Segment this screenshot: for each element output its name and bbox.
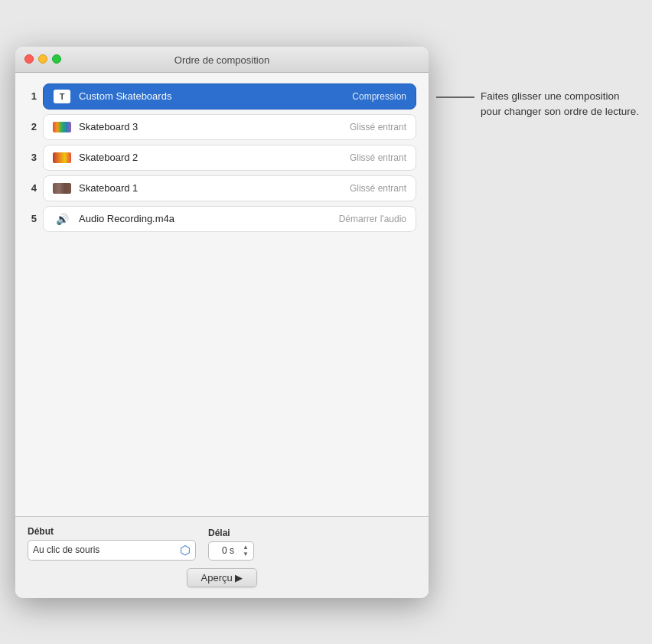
item-action-4: Glissé entrant: [350, 183, 406, 194]
item-number-1: 1: [28, 90, 37, 102]
list-item-row-2: 2 Skateboard 3 Glissé entrant: [28, 114, 416, 140]
thumbnail-icon-2: [53, 152, 71, 163]
annotation-top: Faites glisser une composition pour chan…: [436, 89, 643, 120]
start-stepper-icon[interactable]: ⬡: [180, 543, 191, 557]
delay-wrapper[interactable]: 0 s ▲ ▼: [208, 541, 254, 561]
start-control-row: Au clic de souris ⬡: [28, 540, 196, 561]
list-item-3[interactable]: Skateboard 2 Glissé entrant: [43, 145, 416, 171]
list-item-5[interactable]: 🔊 Audio Recording.m4a Démarrer l'audio: [43, 206, 416, 232]
list-item-4[interactable]: Skateboard 1 Glissé entrant: [43, 175, 416, 201]
item-action-2: Glissé entrant: [350, 122, 406, 132]
item-number-2: 2: [28, 121, 37, 132]
thumbnail-icon-1: [53, 183, 71, 194]
thumbnail-icon-3: [53, 122, 71, 132]
composition-order-window: Ordre de composition 1 T Custom Skateboa…: [15, 47, 429, 598]
list-item-row-4: 4 Skateboard 1 Glissé entrant: [28, 175, 416, 201]
list-item-row-3: 3 Skateboard 2 Glissé entrant: [28, 145, 416, 171]
item-icon-1: T: [53, 90, 71, 103]
composition-icon-label: T: [60, 92, 65, 101]
preview-button[interactable]: Aperçu ▶: [187, 568, 258, 587]
maximize-button[interactable]: [52, 54, 61, 64]
traffic-lights: [24, 54, 61, 64]
item-name-1: Custom Skateboards: [79, 90, 344, 102]
list-item-row-5: 5 🔊 Audio Recording.m4a Démarrer l'audio: [28, 206, 416, 232]
delay-control-group: Délai 0 s ▲ ▼: [208, 528, 254, 561]
item-name-3: Skateboard 2: [79, 152, 342, 163]
start-control-group: Début Au clic de souris ⬡: [28, 526, 196, 561]
item-icon-5: 🔊: [53, 213, 71, 225]
item-number-4: 4: [28, 182, 37, 194]
window-footer: Début Au clic de souris ⬡ Délai 0 s: [15, 516, 429, 598]
list-item-2[interactable]: Skateboard 3 Glissé entrant: [43, 114, 416, 140]
start-select-wrapper[interactable]: Au clic de souris ⬡: [28, 540, 196, 561]
close-button[interactable]: [24, 54, 34, 64]
delay-label: Délai: [208, 528, 254, 538]
item-icon-4: [53, 182, 71, 195]
start-value: Au clic de souris: [33, 544, 180, 555]
item-icon-2: [53, 121, 71, 133]
item-action-1: Compression: [352, 91, 406, 102]
start-label: Début: [28, 526, 196, 537]
audio-icon: 🔊: [56, 213, 69, 225]
delay-stepper[interactable]: ▲ ▼: [243, 544, 249, 557]
annotation-top-text: Faites glisser une composition pour chan…: [474, 89, 643, 120]
minimize-button[interactable]: [38, 54, 47, 64]
window-title: Ordre de composition: [174, 54, 269, 66]
delay-up-arrow[interactable]: ▲: [243, 544, 249, 551]
delay-value: 0 s: [214, 545, 243, 556]
footer-controls: Début Au clic de souris ⬡ Délai 0 s: [28, 526, 416, 561]
item-action-3: Glissé entrant: [350, 152, 406, 163]
list-item-1[interactable]: T Custom Skateboards Compression: [43, 83, 416, 110]
item-name-4: Skateboard 1: [79, 182, 342, 194]
item-name-2: Skateboard 3: [79, 121, 342, 132]
item-number-3: 3: [28, 152, 37, 163]
list-item-row-1: 1 T Custom Skateboards Compression: [28, 83, 416, 110]
item-name-5: Audio Recording.m4a: [79, 213, 331, 224]
composition-icon: T: [54, 90, 70, 103]
title-bar: Ordre de composition: [15, 47, 429, 73]
item-icon-3: [53, 152, 71, 164]
preview-btn-row: Aperçu ▶: [28, 568, 416, 587]
item-action-5: Démarrer l'audio: [339, 214, 406, 224]
annotation-top-line: [436, 96, 474, 98]
window-body: 1 T Custom Skateboards Compression 2: [15, 73, 429, 516]
delay-down-arrow[interactable]: ▼: [243, 551, 249, 557]
item-number-5: 5: [28, 213, 37, 224]
composition-list: 1 T Custom Skateboards Compression 2: [28, 83, 416, 516]
delay-control-row: 0 s ▲ ▼: [208, 541, 254, 561]
